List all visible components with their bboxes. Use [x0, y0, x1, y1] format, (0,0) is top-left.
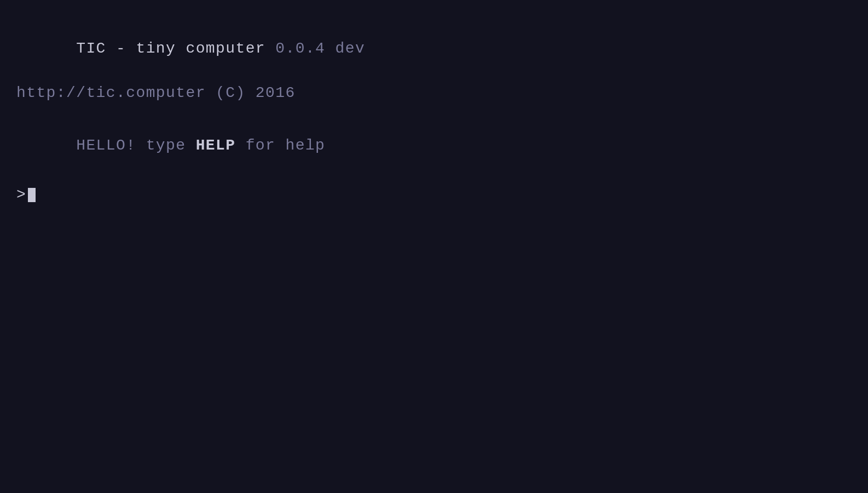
terminal-window[interactable]: TIC - tiny computer 0.0.4 dev http://tic…	[0, 0, 868, 493]
terminal-input[interactable]	[0, 0, 868, 493]
